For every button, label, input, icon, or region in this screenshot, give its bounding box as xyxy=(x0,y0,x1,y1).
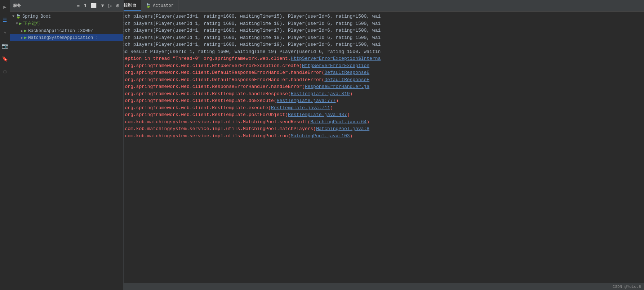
toolbar-run-btn[interactable]: ▷ xyxy=(108,3,113,8)
running-icon: ▶ xyxy=(19,21,22,26)
matching-app-icon: ▶ xyxy=(24,35,27,40)
error-link[interactable]: RestTemplate.java:437 xyxy=(288,112,347,117)
console-line: match players[Player(userId=1, rating=16… xyxy=(114,41,644,48)
icon-grid[interactable]: ⊞ xyxy=(1,68,9,76)
sidebar-toolbar: ≡ ⬆ ⬜ ▼ ▷ ⊕ xyxy=(76,3,120,8)
backend-app-icon: ▶ xyxy=(24,28,27,34)
error-link[interactable]: HttpServerErrorException$Interna xyxy=(291,56,381,61)
tree-arrow-matching: ▶ xyxy=(21,36,23,40)
tree-item-matching[interactable]: ▶ ▶ MatchingSystemApplication : xyxy=(10,34,123,41)
status-bar: CSDN @YoLo.8 xyxy=(114,283,644,290)
error-link[interactable]: DefaultResponseE xyxy=(324,77,369,82)
backend-label: BackendApplication :3000/ xyxy=(28,28,93,34)
sidebar-tree: ▼ 🍃 Spring Boot ▼ ▶ 正在运行 ▶ ▶ BackendAppl… xyxy=(10,12,123,290)
console-line: at org.springframework.web.client.Respon… xyxy=(114,83,644,90)
actuator-tab-label: Actuator xyxy=(153,3,174,8)
spring-boot-icon: 🍃 xyxy=(15,14,21,19)
error-link[interactable]: MatchingPool.java:8 xyxy=(316,126,369,131)
status-text: CSDN @YoLo.8 xyxy=(613,285,641,289)
error-link[interactable]: RestTemplate.java:819 xyxy=(291,91,350,97)
matching-label: MatchingSystemApplication : xyxy=(28,35,98,40)
left-panel: ▶ ☰ ⑂ 📷 🔖 ⊞ 服务 ≡ ⬆ ⬜ ▼ ▷ ⊕ ▼ 🍃 Spring Bo… xyxy=(0,0,114,290)
sidebar-header: 服务 ≡ ⬆ ⬜ ▼ ▷ ⊕ xyxy=(10,0,123,12)
error-link[interactable]: MatchingPool.java:64 xyxy=(310,119,367,125)
console-line: match players[Player(userId=1, rating=16… xyxy=(114,13,644,20)
icon-bookmark[interactable]: 🔖 xyxy=(1,55,9,63)
console-line: Exception in thread "Thread-0" org.sprin… xyxy=(114,55,644,62)
icon-camera[interactable]: 📷 xyxy=(1,42,9,50)
spring-boot-label: Spring Boot xyxy=(22,14,51,19)
actuator-tab-icon: 🍃 xyxy=(146,3,151,8)
console-line: at org.springframework.web.client.RestTe… xyxy=(114,90,644,98)
toolbar-expand-btn[interactable]: ⬆ xyxy=(83,3,88,8)
console-line: at org.springframework.web.client.RestTe… xyxy=(114,104,644,112)
toolbar-filter-btn[interactable]: ▼ xyxy=(99,3,106,8)
console-line: at org.springframework.web.client.Defaul… xyxy=(114,69,644,76)
sidebar-title: 服务 xyxy=(13,3,21,8)
error-link[interactable]: DefaultResponseE xyxy=(324,70,369,75)
console-line: at org.springframework.web.client.Defaul… xyxy=(114,76,644,84)
error-link[interactable]: RestTemplate.java:777 xyxy=(277,98,336,103)
left-icon-strip: ▶ ☰ ⑂ 📷 🔖 ⊞ xyxy=(0,0,10,290)
console-line: match players[Player(userId=1, rating=16… xyxy=(114,20,644,27)
console-line: at org.springframework.web.client.RestTe… xyxy=(114,111,644,119)
console-output[interactable]: match players[Player(userId=1, rating=16… xyxy=(114,12,644,283)
main-area: ▣ 控制台 🍃 Actuator match players[Player(us… xyxy=(114,0,644,290)
error-link[interactable]: HttpServerErrorException xyxy=(302,63,369,68)
error-link[interactable]: ResponseErrorHandler.ja xyxy=(305,84,369,89)
tree-arrow-running: ▼ xyxy=(16,22,18,26)
icon-git[interactable]: ⑂ xyxy=(1,29,9,37)
console-line: send Result Player(userId=1, rating=1600… xyxy=(114,48,644,55)
error-link[interactable]: MatchingPool.java:103 xyxy=(291,133,350,139)
icon-run[interactable]: ▶ xyxy=(1,3,9,11)
toolbar-add-btn[interactable]: ⊕ xyxy=(115,3,120,8)
console-line: match players[Player(userId=1, rating=16… xyxy=(114,27,644,34)
console-line: match players[Player(userId=1, rating=16… xyxy=(114,34,644,41)
error-link[interactable]: RestTemplate.java:711 xyxy=(271,105,330,111)
tree-arrow-backend: ▶ xyxy=(21,29,23,33)
console-line: at com.kob.matchingsystem.service.impl.u… xyxy=(114,133,644,140)
sidebar: 服务 ≡ ⬆ ⬜ ▼ ▷ ⊕ ▼ 🍃 Spring Boot ▼ ▶ 正在运行 xyxy=(10,0,124,290)
console-line: at com.kob.matchingsystem.service.impl.u… xyxy=(114,119,644,126)
console-line: at com.kob.matchingsystem.service.impl.u… xyxy=(114,125,644,133)
tree-item-spring-boot[interactable]: ▼ 🍃 Spring Boot xyxy=(10,13,123,20)
tree-item-running[interactable]: ▼ ▶ 正在运行 xyxy=(10,20,123,27)
running-label: 正在运行 xyxy=(23,21,40,27)
icon-services[interactable]: ☰ xyxy=(1,16,9,24)
console-tab-label: 控制台 xyxy=(124,2,137,8)
tab-actuator[interactable]: 🍃 Actuator xyxy=(141,0,178,11)
toolbar-all-btn[interactable]: ≡ xyxy=(76,3,81,8)
toolbar-layout-btn[interactable]: ⬜ xyxy=(90,3,97,8)
tree-arrow: ▼ xyxy=(12,14,14,18)
console-line: at org.springframework.web.client.HttpSe… xyxy=(114,62,644,70)
tree-item-backend[interactable]: ▶ ▶ BackendApplication :3000/ xyxy=(10,27,123,34)
tabs-bar: ▣ 控制台 🍃 Actuator xyxy=(114,0,644,12)
console-line: at org.springframework.web.client.RestTe… xyxy=(114,97,644,104)
